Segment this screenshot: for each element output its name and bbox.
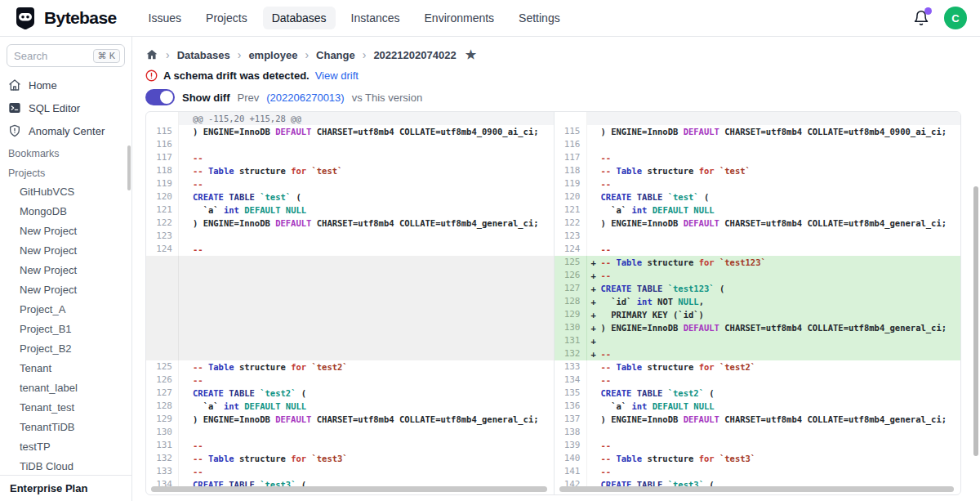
line-marker	[179, 360, 193, 374]
code-line: --	[601, 243, 961, 256]
page-vertical-scrollbar[interactable]	[973, 186, 978, 456]
line-marker	[179, 125, 193, 138]
notifications-bell-icon[interactable]	[913, 10, 929, 26]
nav-tab-projects[interactable]: Projects	[197, 7, 256, 29]
horizontal-scrollbar[interactable]	[559, 486, 955, 492]
diff-row: 131+	[555, 334, 961, 347]
diff-row: 117--	[146, 151, 554, 164]
diff-row: 124--	[555, 243, 961, 256]
sidebar: Search ⌘ K Home SQL Editor Anomaly Cente…	[0, 37, 132, 501]
bytebase-logo[interactable]: Bytebase	[13, 6, 117, 30]
line-marker	[587, 387, 601, 400]
diff-row: 124--	[146, 243, 554, 256]
project-item[interactable]: New Project	[0, 221, 131, 240]
diff-toolbar: Show diff Prev (202206270013) vs This ve…	[145, 89, 980, 105]
project-item[interactable]: TiDB Cloud	[0, 456, 131, 476]
sidebar-item-anomaly-center[interactable]: Anomaly Center	[0, 119, 131, 142]
line-marker	[179, 164, 193, 177]
project-item[interactable]: testTP	[0, 436, 131, 456]
horizontal-scrollbar[interactable]	[151, 486, 547, 492]
diff-row: 133--	[146, 465, 554, 478]
nav-tab-issues[interactable]: Issues	[140, 7, 190, 29]
project-item[interactable]: Tenant_test	[0, 397, 131, 417]
code-line: `a` int DEFAULT NULL	[601, 204, 961, 217]
toggle-knob	[160, 91, 173, 104]
line-marker	[587, 413, 601, 426]
line-marker	[587, 465, 601, 478]
search-input[interactable]: Search ⌘ K	[7, 44, 125, 67]
breadcrumb-home-icon[interactable]	[145, 48, 158, 61]
line-number: 136	[555, 400, 587, 413]
code-line: --	[601, 177, 961, 190]
project-item[interactable]: Project_A	[0, 299, 131, 319]
project-item[interactable]: New Project	[0, 260, 131, 280]
sidebar-item-home[interactable]: Home	[0, 74, 131, 96]
line-marker	[587, 177, 601, 190]
added-line-marker: +	[587, 347, 601, 360]
line-number: 121	[555, 204, 587, 217]
breadcrumb-item[interactable]: Change	[316, 49, 355, 61]
line-marker	[179, 138, 193, 151]
diff-row: 120CREATE TABLE `test` (	[555, 190, 961, 204]
line-marker	[587, 151, 601, 164]
bookmark-star-icon[interactable]: ★	[466, 47, 476, 62]
diff-row: 122) ENGINE=InnoDB DEFAULT CHARSET=utf8m…	[146, 217, 554, 230]
sidebar-item-sql-editor[interactable]: SQL Editor	[0, 96, 131, 119]
project-item[interactable]: TenantTiDB	[0, 417, 131, 436]
diff-row: 119--	[146, 177, 554, 190]
diff-row: 125-- Table structure for `test2`	[146, 360, 554, 374]
line-marker	[587, 164, 601, 177]
sidebar-scrollbar[interactable]	[127, 145, 131, 190]
diff-hunk-header	[555, 112, 961, 125]
diff-row: 138	[555, 426, 961, 439]
line-number: 119	[555, 177, 587, 190]
project-item[interactable]: tenant_label	[0, 378, 131, 397]
diff-row: 126--	[146, 374, 554, 387]
avatar[interactable]: C	[944, 7, 967, 29]
breadcrumb-item[interactable]: employee	[248, 49, 297, 61]
code-line: --	[601, 269, 961, 282]
show-diff-toggle[interactable]	[145, 89, 175, 105]
breadcrumb-item[interactable]: 20221202074022	[373, 49, 456, 61]
line-marker	[587, 360, 601, 374]
prev-version-link[interactable]: (202206270013)	[266, 92, 344, 104]
project-item[interactable]: GitHubVCS	[0, 181, 131, 201]
code-line	[601, 112, 961, 125]
code-line: --	[601, 347, 961, 360]
project-list: GitHubVCSMongoDBNew ProjectNew ProjectNe…	[0, 181, 131, 476]
code-line: --	[601, 151, 961, 164]
top-nav: Bytebase IssuesProjectsDatabasesInstance…	[0, 0, 980, 37]
code-line: CREATE TABLE `test2` (	[193, 387, 554, 400]
line-number: 116	[555, 138, 587, 151]
diff-row: 118-- Table structure for `test`	[146, 164, 554, 177]
project-item[interactable]: New Project	[0, 240, 131, 260]
code-line	[601, 426, 961, 439]
breadcrumb-item[interactable]: Databases	[177, 49, 230, 61]
diff-row: 126+--	[555, 269, 961, 282]
diff-row: 127CREATE TABLE `test2` (	[146, 387, 554, 400]
project-item[interactable]: Tenant	[0, 358, 131, 378]
nav-tab-settings[interactable]: Settings	[510, 7, 569, 29]
project-item[interactable]: MongoDB	[0, 201, 131, 221]
project-item[interactable]: New Project	[0, 280, 131, 299]
view-drift-link[interactable]: View drift	[315, 69, 359, 82]
project-item[interactable]: Project_B1	[0, 319, 131, 338]
line-number: 120	[146, 190, 179, 204]
line-number: 123	[555, 230, 587, 243]
sidebar-section-bookmarks: Bookmarks	[0, 142, 131, 162]
nav-tab-environments[interactable]: Environments	[416, 7, 504, 29]
line-number: 117	[146, 151, 179, 164]
diff-column-current: 115) ENGINE=InnoDB DEFAULT CHARSET=utf8m…	[554, 112, 961, 494]
code-line: ) ENGINE=InnoDB DEFAULT CHARSET=utf8mb4 …	[601, 413, 961, 426]
line-number: 130	[555, 321, 587, 334]
code-line: CREATE TABLE `test` (	[193, 190, 554, 204]
code-line: `a` int DEFAULT NULL	[193, 400, 554, 413]
drift-warning-icon	[145, 69, 158, 82]
prev-label: Prev	[238, 92, 260, 104]
line-number: 122	[555, 217, 587, 230]
nav-tab-databases[interactable]: Databases	[263, 7, 336, 29]
line-number: 119	[146, 177, 179, 190]
project-item[interactable]: Project_B2	[0, 338, 131, 358]
nav-tab-instances[interactable]: Instances	[342, 7, 409, 29]
code-line: -- Table structure for `test3`	[601, 452, 961, 465]
